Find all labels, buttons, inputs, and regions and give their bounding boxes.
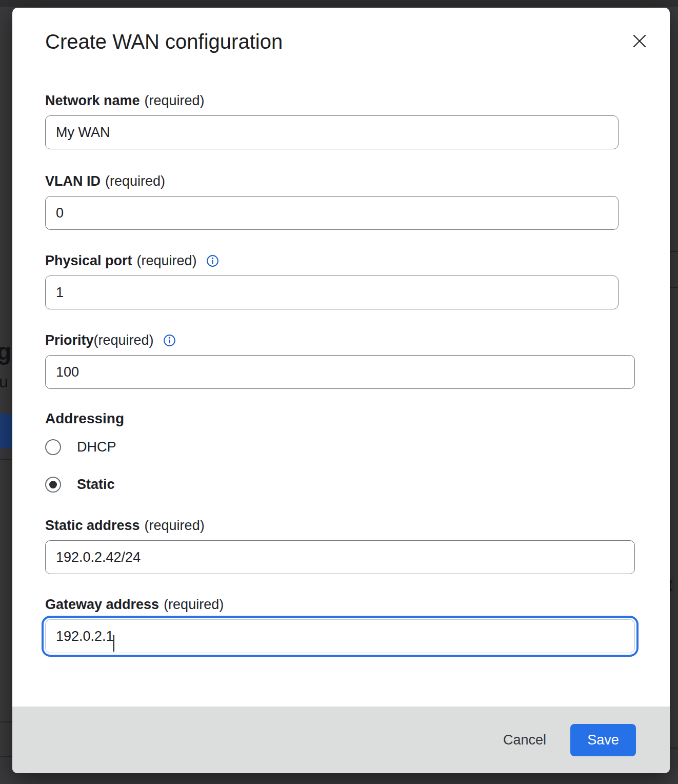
- gateway-input-wrapper: [45, 619, 635, 653]
- backdrop-divider: [0, 756, 12, 757]
- create-wan-dialog: Create WAN configuration Network name (r…: [12, 8, 670, 773]
- radio-circle-selected[interactable]: [45, 477, 61, 493]
- label-text: Network name: [45, 92, 140, 109]
- cancel-button[interactable]: Cancel: [503, 732, 546, 748]
- static-address-input[interactable]: [45, 540, 635, 574]
- gateway-address-label: Gateway address (required): [45, 596, 670, 613]
- backdrop-divider: [0, 721, 12, 722]
- network-name-input[interactable]: [45, 115, 619, 149]
- vlan-id-input[interactable]: [45, 196, 619, 230]
- info-icon[interactable]: [206, 254, 219, 267]
- priority-label: Priority (required): [45, 332, 670, 348]
- save-button[interactable]: Save: [570, 724, 636, 756]
- backdrop-divider: [670, 251, 678, 252]
- field-priority: Priority (required): [45, 332, 670, 389]
- field-vlan-id: VLAN ID (required): [45, 173, 670, 230]
- backdrop-button-fragment: [0, 414, 12, 448]
- backdrop-header-bar: [0, 0, 678, 7]
- physical-port-label: Physical port (required): [45, 252, 670, 269]
- priority-input[interactable]: [45, 355, 635, 389]
- vlan-id-label: VLAN ID (required): [45, 173, 670, 189]
- close-icon[interactable]: [631, 32, 648, 50]
- label-text: Physical port: [45, 252, 132, 269]
- network-name-label: Network name (required): [45, 92, 670, 109]
- modal-footer: Cancel Save: [12, 707, 670, 773]
- backdrop-divider: [670, 748, 678, 749]
- static-address-label: Static address (required): [45, 517, 670, 534]
- gateway-address-input[interactable]: [45, 619, 635, 653]
- radio-circle-unselected[interactable]: [45, 439, 61, 455]
- required-text: (required): [105, 173, 165, 189]
- label-text: VLAN ID: [45, 173, 101, 189]
- radio-option-static[interactable]: Static: [45, 477, 670, 493]
- backdrop-text-fragment: g: [0, 340, 11, 363]
- radio-dot: [49, 481, 57, 488]
- backdrop-divider: [670, 287, 678, 288]
- required-text: (required): [164, 596, 224, 613]
- close-x-glyph: [632, 34, 647, 48]
- text-cursor: [113, 635, 114, 652]
- info-icon[interactable]: [163, 334, 176, 347]
- addressing-heading: Addressing: [45, 410, 670, 427]
- required-text: (required): [145, 92, 205, 109]
- radio-option-dhcp[interactable]: DHCP: [45, 439, 670, 455]
- radio-label: Static: [77, 477, 115, 493]
- physical-port-input[interactable]: [45, 276, 619, 309]
- dialog-title: Create WAN configuration: [12, 8, 670, 53]
- backdrop-divider: [0, 459, 12, 460]
- field-network-name: Network name (required): [45, 92, 670, 149]
- field-physical-port: Physical port (required): [45, 252, 670, 309]
- required-text: (required): [145, 517, 205, 534]
- label-text: Static address: [45, 517, 140, 534]
- field-gateway-address: Gateway address (required): [45, 596, 670, 653]
- backdrop-text-fragment: u: [0, 374, 8, 390]
- label-text: Gateway address: [45, 596, 159, 613]
- field-static-address: Static address (required): [45, 517, 670, 574]
- required-text: (required): [137, 252, 197, 269]
- label-text: Priority: [45, 332, 94, 348]
- radio-label: DHCP: [77, 439, 116, 455]
- required-text: (required): [94, 332, 154, 348]
